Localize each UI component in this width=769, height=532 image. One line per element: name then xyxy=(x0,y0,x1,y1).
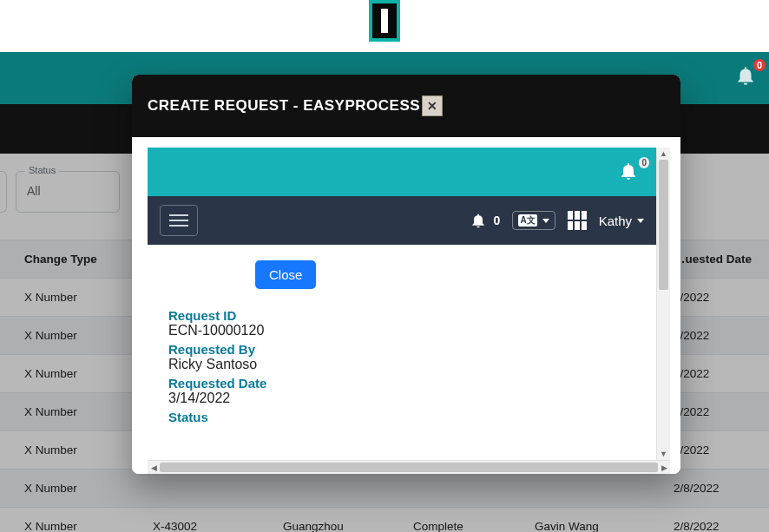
embedded-frame: 0 0 A文 xyxy=(148,148,670,460)
user-menu[interactable]: Kathy xyxy=(599,213,644,228)
modal-title: CREATE REQUEST - EASYPROCESS xyxy=(148,97,420,115)
top-indicator xyxy=(369,0,400,42)
requested-date-label: Requested Date xyxy=(168,376,639,391)
language-switch[interactable]: A文 xyxy=(512,211,555,230)
embedded-header: 0 xyxy=(148,148,656,196)
scroll-up-arrow-icon[interactable]: ▲ xyxy=(657,148,670,160)
user-name: Kathy xyxy=(599,213,632,228)
scroll-thumb[interactable] xyxy=(659,160,668,290)
status-label: Status xyxy=(168,410,639,424)
requested-by-label: Requested By xyxy=(168,342,639,357)
language-icon: A文 xyxy=(518,214,536,227)
scroll-right-arrow-icon[interactable]: ▶ xyxy=(658,463,670,472)
embedded-bell-badge: 0 xyxy=(639,157,649,168)
embedded-main: Close Request ID ECN-10000120 Requested … xyxy=(148,245,656,424)
modal-body: 0 0 A文 xyxy=(132,137,680,474)
navbar-notifications[interactable]: 0 xyxy=(470,212,501,229)
chevron-down-icon xyxy=(542,219,549,223)
apps-grid-icon[interactable] xyxy=(568,211,587,230)
scroll-left-arrow-icon[interactable]: ◀ xyxy=(148,463,160,472)
modal-close-button[interactable]: ✕ xyxy=(422,95,443,116)
modal-titlebar: CREATE REQUEST - EASYPROCESS ✕ xyxy=(132,75,680,137)
notification-badge: 0 xyxy=(753,59,766,71)
notification-bell-area[interactable]: 0 xyxy=(734,64,757,90)
navbar-notif-count: 0 xyxy=(494,213,501,227)
vertical-scrollbar[interactable]: ▲ ▼ xyxy=(656,148,670,460)
requested-by-value: Ricky Santoso xyxy=(168,357,639,372)
scroll-down-arrow-icon[interactable]: ▼ xyxy=(657,448,670,460)
create-request-modal: CREATE REQUEST - EASYPROCESS ✕ 0 0 xyxy=(132,75,680,474)
embedded-bell[interactable]: 0 xyxy=(618,161,639,185)
hamburger-menu[interactable] xyxy=(160,205,198,236)
close-button[interactable]: Close xyxy=(255,260,316,289)
request-id-value: ECN-10000120 xyxy=(168,323,639,338)
bell-icon xyxy=(618,161,639,181)
requested-date-value: 3/14/2022 xyxy=(168,391,639,406)
scroll-thumb[interactable] xyxy=(160,463,658,472)
embedded-navbar: 0 A文 Kathy xyxy=(148,196,656,245)
horizontal-scrollbar[interactable]: ◀ ▶ xyxy=(148,460,670,474)
chevron-down-icon xyxy=(637,219,644,223)
request-id-label: Request ID xyxy=(168,308,639,323)
bell-icon xyxy=(470,212,487,229)
